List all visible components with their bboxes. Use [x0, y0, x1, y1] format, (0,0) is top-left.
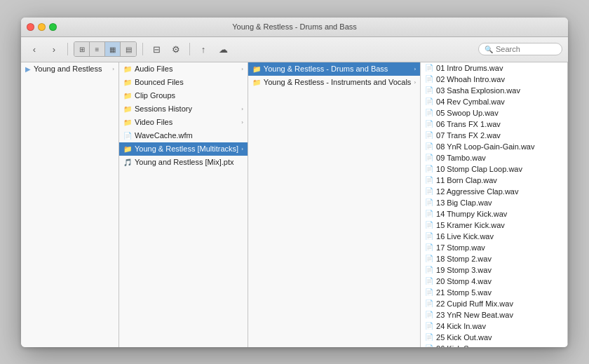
file-icon: 📄 — [425, 131, 433, 139]
list-item[interactable]: 📄 02 Whoah Intro.wav — [421, 74, 567, 85]
toolbar: ‹ › ⊞ ≡ ▦ ▤ ⊟ ⚙ ↑ — [21, 37, 568, 62]
list-item[interactable]: 📁 Clip Groups — [119, 89, 248, 102]
list-item[interactable]: 📄 25 Kick Out.wav — [421, 332, 567, 343]
dropbox-icon: ☁ — [219, 44, 228, 55]
file-icon: 📄 — [425, 154, 433, 161]
list-item[interactable]: 📄 08 YnR Loop-Gain-Gain.wav — [421, 141, 567, 152]
list-item[interactable]: 📄 06 Trans FX 1.wav — [421, 119, 567, 130]
file-icon: 📄 — [425, 288, 433, 296]
list-item[interactable]: 📄 23 YnR New Beat.wav — [421, 309, 567, 321]
item-label: 04 Rev Cymbal.wav — [436, 97, 563, 106]
arrow-icon: › — [241, 119, 243, 126]
arrow-icon: › — [241, 66, 243, 72]
item-label: 26 Kick Samp.wav — [436, 344, 563, 347]
file-icon: 📄 — [425, 266, 433, 274]
list-item[interactable]: 📁 Audio Files › — [119, 62, 248, 76]
column-2: 📁 Audio Files › 📁 Bounced Files 📁 Clip G… — [119, 62, 248, 347]
list-item[interactable]: 📄 03 Sasha Explosion.wav — [421, 85, 567, 96]
item-label: 23 YnR New Beat.wav — [436, 311, 563, 319]
list-item[interactable]: 📁 Video Files › — [119, 116, 248, 129]
list-item[interactable]: 📄 10 Stomp Clap Loop.wav — [421, 163, 567, 175]
list-item[interactable]: 📄 11 Born Clap.wav — [421, 175, 567, 186]
list-item[interactable]: 📁 Sessions History › — [119, 102, 248, 116]
item-label: 18 Stomp 2.wav — [436, 255, 563, 263]
view-cover-button[interactable]: ▤ — [121, 42, 136, 56]
item-label: Sessions History — [135, 105, 238, 113]
file-icon: 📄 — [425, 198, 433, 206]
view-column-button[interactable]: ▦ — [105, 42, 121, 56]
item-label: Young & Restless [Multitracks] — [135, 144, 238, 153]
file-icon: 🎵 — [123, 159, 132, 166]
file-icon: 📄 — [425, 176, 433, 184]
file-icon: 📄 — [425, 344, 433, 347]
cover-flow-icon: ▤ — [126, 46, 132, 53]
column-3: 📁 Young & Restless - Drums and Bass › 📁 … — [248, 62, 421, 347]
list-item[interactable]: 📄 21 Stomp 5.wav — [421, 287, 567, 298]
item-label: Young & Restless - Drums and Bass — [264, 65, 412, 73]
list-item[interactable]: 📄 15 Kramer Kick.wav — [421, 220, 567, 231]
folder-icon: 📁 — [123, 92, 132, 100]
forward-button[interactable]: › — [46, 41, 62, 57]
action-button[interactable]: ⚙ — [168, 41, 184, 57]
view-options: ⊞ ≡ ▦ ▤ — [74, 41, 137, 57]
back-button[interactable]: ‹ — [27, 41, 42, 57]
item-label: 02 Whoah Intro.wav — [436, 75, 563, 83]
list-item[interactable]: 🎵 Young and Restless [Mix].ptx — [119, 156, 248, 169]
list-item[interactable]: 📄 18 Stomp 2.wav — [421, 253, 567, 264]
list-item[interactable]: 📁 Bounced Files — [119, 76, 248, 89]
dropbox-button[interactable]: ☁ — [215, 41, 231, 57]
list-item[interactable]: 📄 19 Stomp 3.wav — [421, 264, 567, 276]
column-1: ▶ Young and Restless › — [21, 62, 119, 347]
file-icon: 📄 — [425, 232, 433, 240]
file-icon: 📄 — [425, 333, 433, 341]
item-label: 24 Kick In.wav — [436, 322, 563, 330]
item-label: 06 Trans FX 1.wav — [436, 120, 563, 128]
view-list-button[interactable]: ≡ — [90, 42, 105, 56]
list-item[interactable]: 📁 Young & Restless - Instruments and Voc… — [248, 76, 420, 89]
icon-view-icon: ⊞ — [79, 46, 85, 53]
finder-content: ▶ Young and Restless › 📁 Audio Files › 📁… — [21, 62, 568, 347]
item-label: 09 Tambo.wav — [436, 154, 563, 162]
list-item[interactable]: 📄 17 Stomp.wav — [421, 242, 567, 253]
minimize-button[interactable] — [38, 23, 46, 31]
arrange-button[interactable]: ⊟ — [149, 41, 164, 57]
list-item[interactable]: 📄 24 Kick In.wav — [421, 321, 567, 332]
folder-icon: 📁 — [123, 145, 132, 153]
list-item[interactable]: 📄 09 Tambo.wav — [421, 152, 567, 163]
list-item[interactable]: 📁 Young & Restless [Multitracks] › — [119, 142, 248, 156]
list-item[interactable]: 📄 WaveCache.wfm — [119, 129, 248, 142]
list-item[interactable]: 📁 Young & Restless - Drums and Bass › — [248, 62, 420, 76]
list-item[interactable]: 📄 20 Stomp 4.wav — [421, 276, 567, 287]
share-button[interactable]: ↑ — [196, 41, 211, 57]
forward-icon: › — [53, 44, 55, 55]
column-4: 📄 01 Intro Drums.wav 📄 02 Whoah Intro.wa… — [421, 62, 568, 347]
list-item[interactable]: 📄 22 Cupid Ruff Mix.wav — [421, 298, 567, 309]
list-item[interactable]: 📄 12 Aggressive Clap.wav — [421, 186, 567, 197]
toolbar-divider-3 — [189, 43, 190, 55]
list-view-icon: ≡ — [95, 46, 100, 53]
action-icon: ⚙ — [172, 44, 180, 55]
list-item[interactable]: 📄 04 Rev Cymbal.wav — [421, 96, 567, 107]
folder-icon: 📁 — [123, 79, 132, 86]
list-item[interactable]: 📄 05 Swoop Up.wav — [421, 107, 567, 119]
list-item[interactable]: 📄 07 Trans FX 2.wav — [421, 130, 567, 141]
list-item[interactable]: 📄 14 Thumpy Kick.wav — [421, 208, 567, 220]
list-item[interactable]: 📄 01 Intro Drums.wav — [421, 62, 567, 74]
list-item[interactable]: ▶ Young and Restless › — [21, 62, 119, 76]
list-item[interactable]: 📄 26 Kick Samp.wav — [421, 343, 567, 347]
item-label: Audio Files — [135, 65, 238, 73]
file-icon: 📄 — [425, 165, 433, 173]
file-icon: 📄 — [425, 255, 433, 262]
list-item[interactable]: 📄 16 Live Kick.wav — [421, 231, 567, 242]
list-item[interactable]: 📄 13 Big Clap.wav — [421, 197, 567, 208]
search-input[interactable] — [496, 45, 556, 53]
view-icon-button[interactable]: ⊞ — [74, 42, 90, 56]
item-label: 07 Trans FX 2.wav — [436, 131, 563, 140]
traffic-lights — [27, 23, 57, 31]
search-box[interactable]: 🔍 — [478, 43, 562, 55]
close-button[interactable] — [27, 23, 34, 31]
item-label: 08 YnR Loop-Gain-Gain.wav — [436, 142, 563, 151]
file-icon: 📄 — [123, 132, 132, 140]
maximize-button[interactable] — [49, 23, 57, 31]
arrange-icon: ⊟ — [153, 44, 161, 55]
